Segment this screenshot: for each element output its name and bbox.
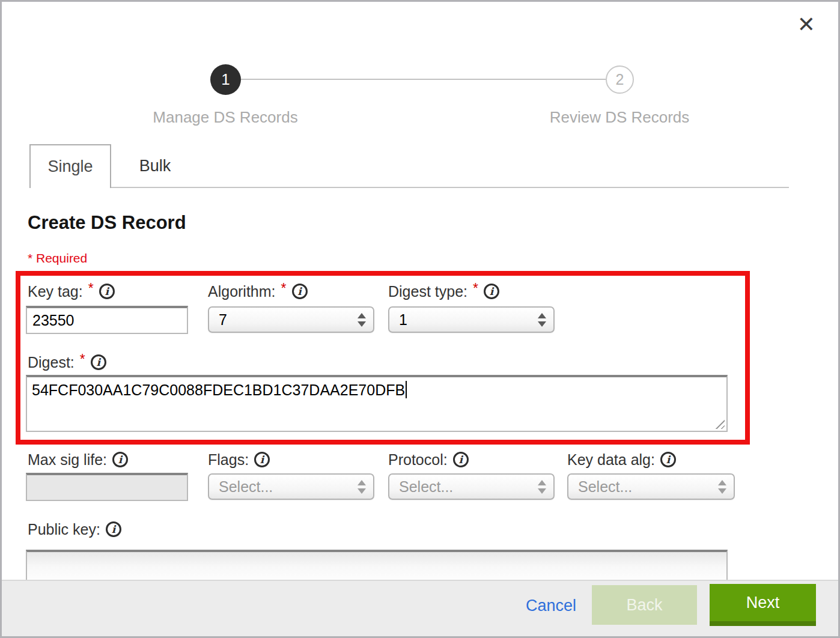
max-sig-life-label: Max sig life: i	[28, 450, 128, 469]
stepper-step-2-label: Review DS Records	[517, 108, 722, 127]
algorithm-select-value: 7	[219, 311, 358, 329]
protocol-label-text: Protocol:	[388, 451, 448, 469]
key-data-alg-label-text: Key data alg:	[567, 451, 655, 469]
select-arrows-icon	[358, 480, 366, 494]
flags-label-text: Flags:	[208, 451, 249, 469]
footer: Cancel Back Next	[2, 580, 838, 636]
info-icon[interactable]: i	[453, 452, 469, 467]
required-asterisk: *	[281, 281, 287, 297]
stepper-connector-line	[241, 79, 606, 80]
resize-handle-icon[interactable]	[713, 418, 725, 429]
flags-select-value: Select...	[219, 478, 358, 496]
algorithm-label-text: Algorithm:	[208, 283, 276, 300]
protocol-label: Protocol: i	[388, 450, 469, 469]
info-icon[interactable]: i	[91, 354, 106, 370]
stepper-step-2-number: 2	[616, 71, 624, 88]
digest-label-text: Digest:	[28, 354, 75, 371]
cancel-button[interactable]: Cancel	[526, 597, 576, 615]
back-button[interactable]: Back	[592, 585, 697, 625]
max-sig-life-input[interactable]	[26, 473, 188, 501]
public-key-label: Public key: i	[28, 520, 121, 539]
text-cursor	[406, 381, 407, 398]
info-icon[interactable]: i	[292, 284, 308, 299]
page-title: Create DS Record	[28, 212, 186, 234]
tab-single[interactable]: Single	[29, 144, 111, 188]
info-icon[interactable]: i	[254, 452, 270, 467]
flags-label: Flags: i	[208, 450, 270, 469]
info-icon[interactable]: i	[99, 284, 115, 299]
algorithm-label: Algorithm: * i	[208, 282, 308, 301]
protocol-select-value: Select...	[399, 478, 538, 496]
key-data-alg-select[interactable]: Select...	[567, 473, 735, 500]
algorithm-select[interactable]: 7	[208, 306, 374, 333]
select-arrows-icon	[538, 480, 546, 494]
create-ds-record-modal: ✕ 1 2 Manage DS Records Review DS Record…	[0, 0, 840, 638]
stepper-step-1-label: Manage DS Records	[123, 108, 327, 127]
key-tag-label: Key tag: * i	[28, 282, 115, 301]
select-arrows-icon	[718, 480, 726, 494]
stepper-step-2: 2	[606, 65, 634, 94]
public-key-label-text: Public key:	[28, 521, 100, 538]
tab-bulk[interactable]: Bulk	[111, 144, 199, 188]
close-icon[interactable]: ✕	[797, 14, 815, 35]
info-icon[interactable]: i	[112, 452, 128, 467]
next-button[interactable]: Next	[710, 584, 816, 626]
key-data-alg-select-value: Select...	[578, 478, 718, 496]
tab-bottom-divider	[111, 187, 789, 188]
select-arrows-icon	[358, 313, 366, 327]
digest-type-label: Digest type: * i	[388, 282, 499, 301]
digest-textarea[interactable]: 54FCF030AA1C79C0088FDEC1BD1C37DAA2E70DFB	[26, 375, 728, 432]
digest-type-label-text: Digest type:	[388, 283, 467, 300]
key-data-alg-label: Key data alg: i	[567, 450, 676, 469]
digest-type-select-value: 1	[399, 311, 538, 329]
info-icon[interactable]: i	[484, 284, 499, 299]
info-icon[interactable]: i	[660, 452, 676, 467]
protocol-select[interactable]: Select...	[388, 473, 555, 500]
digest-value: 54FCF030AA1C79C0088FDEC1BD1C37DAA2E70DFB	[32, 381, 405, 398]
key-tag-input[interactable]	[26, 306, 188, 334]
select-arrows-icon	[538, 313, 546, 327]
flags-select[interactable]: Select...	[208, 473, 374, 500]
stepper-step-1-number: 1	[221, 70, 230, 89]
required-note: * Required	[28, 251, 87, 266]
key-tag-label-text: Key tag:	[28, 283, 83, 300]
stepper-step-1: 1	[210, 64, 241, 95]
info-icon[interactable]: i	[106, 521, 121, 537]
required-asterisk: *	[80, 351, 85, 368]
required-asterisk: *	[88, 281, 94, 297]
max-sig-life-label-text: Max sig life:	[28, 451, 107, 469]
required-asterisk: *	[473, 281, 478, 297]
digest-label: Digest: * i	[28, 353, 106, 372]
digest-type-select[interactable]: 1	[388, 306, 555, 333]
